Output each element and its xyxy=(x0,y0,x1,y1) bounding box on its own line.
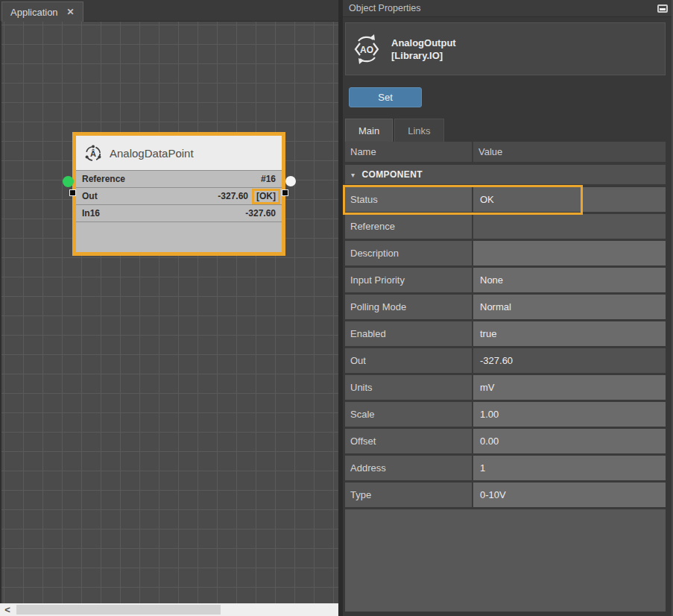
tab-application[interactable]: Application ✕ xyxy=(1,1,83,22)
property-row[interactable]: Enabled true xyxy=(345,321,666,346)
table-empty-area xyxy=(345,509,666,612)
column-header-name: Name xyxy=(345,142,472,162)
section-component[interactable]: ▾ COMPONENT xyxy=(345,165,666,184)
tab-links[interactable]: Links xyxy=(394,119,443,142)
set-button[interactable]: Set xyxy=(349,87,422,107)
pane-splitter[interactable] xyxy=(338,0,343,616)
analog-datapoint-node[interactable]: Â AnalogDataPoint Reference #16 Out -327… xyxy=(72,132,285,256)
editor-tabstrip: Application ✕ xyxy=(0,0,338,22)
analog-output-icon: AO xyxy=(352,34,382,65)
property-row[interactable]: Scale 1.00 xyxy=(345,402,666,427)
property-rows: Status OK Reference Description Input Pr… xyxy=(345,187,666,507)
node-row-reference[interactable]: Reference #16 xyxy=(76,170,282,187)
collapse-icon: ▾ xyxy=(351,171,355,179)
minimize-panel-icon[interactable] xyxy=(657,4,668,13)
property-row[interactable]: Out -327.60 xyxy=(345,348,666,373)
svg-text:Â: Â xyxy=(90,149,96,158)
table-header: Name Value xyxy=(345,142,666,162)
node-row-value: -327.60 xyxy=(245,208,276,219)
node-row-in16[interactable]: In16 -327.60 xyxy=(76,204,282,221)
ok-status-highlight: [OK] xyxy=(252,189,280,204)
object-name: AnalogOutput xyxy=(391,37,456,48)
node-row-label: Out xyxy=(82,191,98,201)
node-title: AnalogDataPoint xyxy=(110,147,194,160)
node-row-label: Reference xyxy=(82,174,125,184)
node-row-out[interactable]: Out -327.60 [OK] xyxy=(76,187,282,204)
horizontal-scrollbar[interactable]: < xyxy=(0,603,338,616)
node-row-label: In16 xyxy=(82,208,100,219)
column-header-value: Value xyxy=(473,142,666,162)
section-label: COMPONENT xyxy=(361,169,423,180)
properties-table: Name Value ▾ COMPONENT Status OK Referen… xyxy=(345,142,666,612)
tab-application-label: Application xyxy=(10,7,58,18)
resize-handle-left[interactable] xyxy=(69,189,76,196)
app-window: Application ✕ Â AnalogDataPoint Referenc… xyxy=(0,0,673,616)
property-row[interactable]: Input Priority None xyxy=(345,268,666,292)
resize-handle-right[interactable] xyxy=(282,189,288,196)
output-port-connector[interactable] xyxy=(285,176,296,186)
wiring-canvas[interactable] xyxy=(0,22,338,603)
close-tab-icon[interactable]: ✕ xyxy=(67,7,75,16)
properties-tabs: Main Links xyxy=(345,116,444,142)
node-row-value: #16 xyxy=(261,174,276,184)
property-row[interactable]: Status OK xyxy=(345,187,666,212)
property-row[interactable]: Address 1 xyxy=(345,456,666,480)
property-row[interactable]: Type 0-10V xyxy=(345,483,666,507)
scroll-left-icon[interactable]: < xyxy=(0,603,15,616)
properties-pane-title: Object Properties xyxy=(349,3,421,13)
svg-text:AO: AO xyxy=(360,44,373,54)
property-row[interactable]: Description xyxy=(345,241,666,265)
object-identity-box: AO AnalogOutput [Library.IO] xyxy=(345,22,666,75)
property-row[interactable]: Units mV xyxy=(345,375,666,400)
property-row[interactable]: Reference xyxy=(345,214,666,239)
analog-datapoint-icon: Â xyxy=(83,143,103,163)
object-library: [Library.IO] xyxy=(391,50,443,61)
property-row[interactable]: Polling Mode Normal xyxy=(345,295,666,319)
node-row-value: -327.60 xyxy=(218,191,248,201)
node-empty-row xyxy=(76,221,282,252)
scrollbar-thumb[interactable] xyxy=(16,605,221,615)
input-port-connector[interactable] xyxy=(63,176,74,187)
property-row[interactable]: Offset 0.00 xyxy=(345,429,666,453)
properties-pane-titlebar: Object Properties xyxy=(343,0,673,17)
tab-main[interactable]: Main xyxy=(345,119,393,142)
node-header: Â AnalogDataPoint xyxy=(76,136,282,170)
